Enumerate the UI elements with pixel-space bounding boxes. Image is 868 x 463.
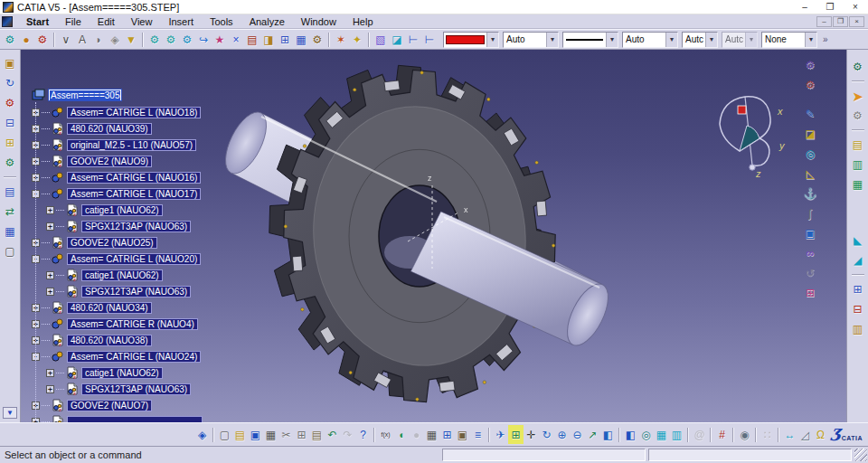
anchor-icon[interactable]: ⚓ (801, 184, 819, 203)
material-bucket-icon[interactable]: ▼ (123, 31, 139, 48)
menu-insert[interactable]: Insert (160, 14, 202, 29)
open-icon[interactable]: ▤ (232, 425, 248, 444)
update-icon[interactable]: ⚙ (2, 31, 18, 48)
tree-row[interactable]: +Assem= CATRIGE L (NAUO16) (32, 169, 203, 185)
ruler-triangle-icon[interactable]: ◺ (801, 164, 819, 184)
child-close-button[interactable]: × (849, 16, 864, 27)
menu-window[interactable]: Window (293, 14, 344, 29)
existing-component-icon[interactable]: ↪ (195, 31, 212, 48)
sectioning-icon[interactable]: ✦ (349, 31, 365, 48)
structure-tree2-icon[interactable]: ⊢ (421, 31, 438, 48)
fit-all-icon[interactable]: ⊞ (508, 425, 524, 444)
status-field-1[interactable] (442, 449, 646, 461)
measure-item-icon[interactable]: ◿ (797, 425, 813, 444)
new-icon[interactable]: ▢ (217, 425, 232, 444)
point-symbol-combo[interactable]: Autc▾ (682, 32, 718, 48)
exploded-view-icon[interactable]: ◪ (389, 31, 405, 48)
close-button[interactable]: × (843, 1, 868, 14)
lock-icon[interactable]: ▣ (455, 425, 470, 444)
dmu-fitting1-icon[interactable]: ⚙ (801, 55, 819, 75)
point-symbol-combo-arrow[interactable]: ▾ (705, 33, 717, 47)
clipping-icon[interactable]: ◈ (107, 31, 123, 48)
visual-sphere-icon[interactable]: ● (18, 31, 34, 48)
tree-row[interactable]: +Assem= CATRIGE R (NAUO4) (32, 316, 203, 332)
existing-with-positioning-icon[interactable]: ★ (212, 31, 228, 48)
menu-edit[interactable]: Edit (90, 14, 123, 29)
mass-properties-icon[interactable]: Ω (813, 425, 828, 444)
tree-root-row[interactable]: Assem=====305 (32, 86, 203, 104)
normal-view-icon[interactable]: ↗ (585, 425, 600, 444)
assembly-symmetry-icon[interactable]: ▥ (849, 320, 867, 338)
catalog-book-icon[interactable]: ▤ (244, 31, 260, 48)
axis-snap-icon[interactable]: ∨ (58, 31, 74, 48)
swap-visible-icon[interactable]: ▥ (669, 425, 684, 444)
tree-row[interactable]: +z (32, 413, 203, 422)
select-arrow-icon[interactable]: ➤ (849, 87, 867, 105)
dmu-fitting2-icon[interactable]: ⚙ (801, 75, 819, 95)
restore-button[interactable]: ❐ (817, 1, 843, 14)
render-style-cyl-icon[interactable]: ◎ (638, 425, 654, 444)
design-table-icon[interactable]: ▦ (424, 425, 439, 444)
whats-this-icon[interactable]: ? (355, 425, 371, 444)
tree-row[interactable]: +z480.620 (NAUO39) (32, 120, 203, 137)
3d-viewport[interactable]: xz Assem=====305 +Assem= CATRIGE L (NAUO… (21, 50, 846, 422)
tree-row[interactable]: +zoriginal_M2.5 - L10 (NAUO57) (32, 137, 203, 153)
tree-expander[interactable]: + (46, 222, 54, 231)
new-product-icon[interactable]: ⚙ (163, 31, 179, 48)
part-gear-icon[interactable]: ⚙ (1, 94, 19, 112)
menu-start[interactable]: Start (18, 14, 57, 29)
gear-cursor-icon[interactable]: ⚙ (849, 107, 867, 125)
tree-row[interactable]: +zSPGX12T3AP (NAUO63) (32, 283, 203, 299)
print-icon[interactable]: ▦ (263, 425, 278, 444)
clash-icon[interactable]: ✶ (333, 31, 349, 48)
catalog-yellow-icon[interactable]: ▤ (849, 136, 867, 154)
menu-file[interactable]: File (57, 14, 90, 29)
dock-overflow-button[interactable]: ▼ (3, 407, 17, 419)
multi-view-icon[interactable]: ◧ (600, 425, 616, 444)
minimize-button[interactable]: – (792, 1, 817, 14)
tree-expander[interactable]: + (46, 206, 54, 214)
tree-row[interactable]: +zSPGX12T3AP (NAUO63) (32, 218, 203, 234)
copy-icon[interactable]: ⊞ (294, 425, 309, 444)
orientation-compass[interactable]: x y z (712, 88, 790, 178)
sphere-pencil-icon[interactable]: ✎ (801, 104, 819, 124)
render-style-combo[interactable]: Autc▾ (722, 32, 758, 48)
document-icon[interactable]: ▢ (1, 242, 19, 260)
rotate-icon[interactable]: ↻ (539, 425, 554, 444)
fill-color-combo[interactable]: ▾ (443, 32, 499, 48)
camera-icon[interactable]: ◉ (737, 425, 752, 444)
constraints-gear-icon[interactable]: ⚙ (1, 154, 19, 172)
smart-move-icon[interactable]: ◨ (260, 31, 277, 48)
line-type-combo[interactable]: ▾ (562, 32, 618, 48)
command-input-field[interactable] (648, 449, 852, 461)
redo-icon[interactable]: ↷ (340, 425, 355, 444)
link-chain-icon[interactable]: ∞ (801, 243, 819, 263)
resize-grip[interactable] (854, 449, 867, 461)
catalog-green-icon[interactable]: ▥ (849, 156, 867, 174)
tree-row[interactable]: +zGOOVE2 (NAUO7) (32, 397, 203, 413)
opacity-combo-arrow[interactable]: ▾ (546, 33, 558, 47)
generate-gears-icon[interactable]: ⚙ (34, 31, 51, 48)
menu-view[interactable]: View (123, 14, 161, 29)
comment-icon[interactable]: ◖ (393, 425, 409, 444)
tree-row[interactable]: -Assem= CATRIGE L (NAUO20) (32, 250, 203, 267)
catalog-green2-icon[interactable]: ▦ (849, 175, 867, 194)
tree-row[interactable]: +zcatige1 (NAUO62) (32, 267, 203, 283)
gears-pair-icon[interactable]: ⚙ (849, 58, 867, 76)
tree-row[interactable]: +Assem= CATRIGE L (NAUO18) (32, 104, 203, 120)
tree-expander[interactable]: + (46, 288, 54, 296)
tree-row[interactable]: +zcatige1 (NAUO62) (32, 202, 203, 218)
tree-row[interactable]: +z480.620 (NAUO34) (32, 299, 203, 316)
render-style-combo-arrow[interactable]: ▾ (745, 33, 757, 47)
assembly-feature2-icon[interactable]: ⊟ (849, 300, 867, 318)
gear-grid-icon[interactable]: ⊞ (801, 283, 819, 303)
tree-row[interactable]: +zSPGX12T3AP (NAUO63) (32, 381, 203, 397)
light-box-icon[interactable]: ◪ (801, 124, 819, 144)
structure-bulb-icon[interactable]: ⊞ (1, 134, 19, 152)
snap-points-icon[interactable]: ∷ (760, 425, 775, 444)
view-plane1-icon[interactable]: ◣ (849, 232, 867, 250)
spin-icon[interactable]: @ (692, 425, 707, 444)
menu-help[interactable]: Help (344, 14, 382, 29)
opacity-combo[interactable]: Auto▾ (503, 32, 559, 48)
callout-icon[interactable]: ◗ (90, 31, 107, 48)
